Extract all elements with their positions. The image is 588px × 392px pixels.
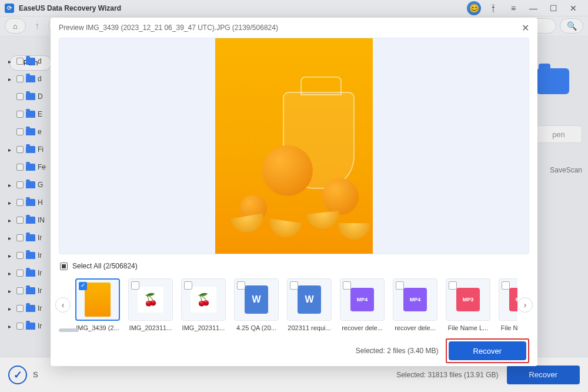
thumbnail-label: File Name L... bbox=[499, 324, 517, 331]
thumbnail[interactable]: IMG_202311... bbox=[128, 278, 173, 331]
preview-modal: Preview IMG_3439 (2023_12_21 06_39_47 UT… bbox=[51, 18, 537, 366]
thumbnail[interactable]: MP3File Name L... bbox=[446, 278, 490, 331]
thumbnail-label: recover dele... bbox=[393, 324, 437, 331]
modal-selected-summary: Selected: 2 files (3.40 MB) bbox=[356, 347, 439, 355]
thumbnail-label: recover dele... bbox=[340, 324, 385, 331]
thumbs-prev-button[interactable]: ‹ bbox=[55, 297, 71, 313]
preview-image-area bbox=[59, 38, 529, 254]
thumbnail[interactable]: IMG_202311... bbox=[181, 278, 226, 331]
thumbs-next-button[interactable]: › bbox=[517, 297, 533, 313]
select-all-checkbox[interactable] bbox=[60, 263, 68, 270]
modal-close-icon[interactable]: ✕ bbox=[522, 22, 529, 34]
thumbnail-label: 202311 requi... bbox=[287, 324, 332, 331]
thumbnail[interactable]: MP3File Name L... bbox=[499, 278, 517, 331]
thumbnail[interactable]: MP4recover dele... bbox=[340, 278, 385, 331]
preview-image bbox=[215, 38, 373, 254]
thumbnail[interactable]: W202311 requi... bbox=[287, 278, 332, 331]
thumbnail-label: File Name L... bbox=[446, 324, 490, 331]
thumbnail[interactable]: W4.25 QA (20... bbox=[234, 278, 279, 331]
thumbnail[interactable]: IMG_3439 (2... bbox=[75, 278, 120, 331]
thumbnail-strip: IMG_3439 (2...IMG_202311...IMG_202311...… bbox=[71, 278, 517, 331]
scrollbar[interactable] bbox=[59, 328, 79, 332]
thumbnail-label: IMG_3439 (2... bbox=[75, 324, 120, 331]
recover-button-highlight: Recover bbox=[446, 338, 529, 363]
thumbnail-label: IMG_202311... bbox=[128, 324, 173, 331]
recover-button[interactable]: Recover bbox=[449, 341, 526, 360]
thumbnail[interactable]: MP4recover dele... bbox=[393, 278, 437, 331]
modal-title: Preview IMG_3439 (2023_12_21 06_39_47 UT… bbox=[59, 24, 278, 32]
select-all-label: Select All (2/506824) bbox=[72, 262, 138, 270]
thumbnail-label: 4.25 QA (20... bbox=[234, 324, 279, 331]
thumbnail-label: IMG_202311... bbox=[181, 324, 226, 331]
